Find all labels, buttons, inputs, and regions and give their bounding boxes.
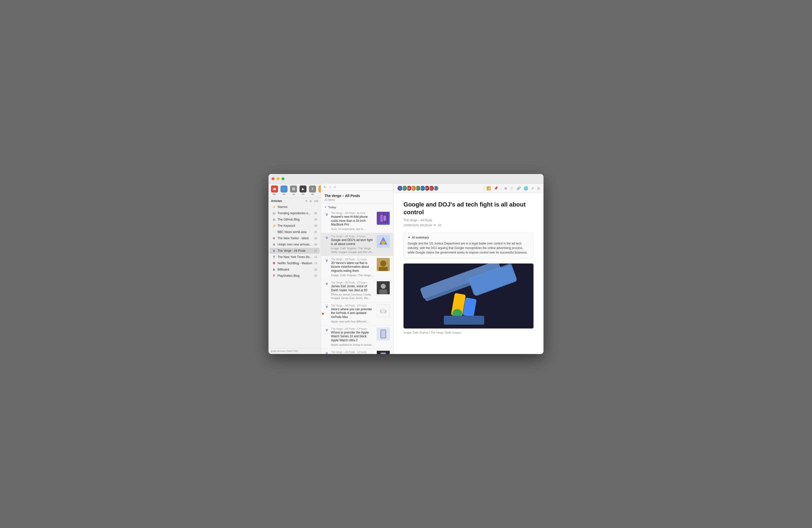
sidebar-item-badge: 15 — [314, 255, 317, 259]
svg-rect-17 — [381, 331, 385, 337]
star-icon[interactable]: ☆ — [510, 186, 513, 190]
sidebar-item-badge: 10 — [314, 274, 317, 277]
sidebar-item-starred[interactable]: ★ Starred — [270, 204, 320, 210]
sidebar-item-netflix[interactable]: N Netflix TechBlog - Medium 13 — [270, 260, 320, 266]
main-content: 📰 99+ 🐦 40 🖼 20 ▶ 40 🎙 40 — [269, 184, 543, 354]
circle-icon[interactable]: ○ — [329, 185, 331, 189]
sidebar-app-articles[interactable]: 📰 99+ — [271, 186, 278, 195]
detail-toolbar-right: 📶 📌 ⊕ ☆ 🔗 🌐 ↗ ⊙ — [487, 186, 540, 190]
verge-source-icon: V — [324, 282, 329, 286]
playstation-icon: P — [272, 274, 276, 278]
maximize-button[interactable] — [281, 177, 285, 180]
article-item[interactable]: V The Verge – All Posts · 13 hours Here'… — [321, 302, 393, 325]
sidebar-item-uniqlo[interactable]: ⊕ Uniqlo men new arrivals i... 20 — [270, 241, 320, 248]
ai-summary-text: Google and the US Justice Department are… — [408, 241, 529, 255]
unread-indicator — [322, 313, 324, 314]
sidebar-item-billboard[interactable]: b Billboard 10 — [270, 266, 320, 273]
billboard-icon: b — [272, 267, 276, 272]
article-item-body: The Verge – All Posts · 13 hours Where t… — [331, 327, 375, 347]
sidebar-item-bbc[interactable]: ··· BBC News world-asia 20 — [270, 229, 320, 235]
article-detail-title: Google and DOJ's ad tech fight is all ab… — [404, 201, 534, 216]
svg-point-5 — [381, 240, 385, 245]
article-toolbar-icons: ↻ ○ ✓ — [323, 185, 336, 189]
article-item-body: The Verge – All Posts · an hour Huawei's… — [331, 212, 375, 231]
article-item[interactable]: V The Verge – All Posts · 9 hours Google… — [321, 233, 393, 256]
article-content: Google and DOJ's ad tech fight is all ab… — [393, 193, 543, 346]
sidebar-app-photos[interactable]: 🖼 20 — [290, 186, 297, 195]
sidebar-item-newyorker[interactable]: ⊕ The New Yorker - latest 20 — [270, 235, 320, 241]
sidebar-item-label: The GitHub Blog — [277, 218, 313, 221]
sidebar-app-twitter[interactable]: 🐦 40 — [280, 186, 288, 195]
globe-icon[interactable]: 🌐 — [524, 186, 528, 190]
verge-source-icon: V — [324, 259, 329, 263]
article-item[interactable]: V The Verge – All Posts · 13 hours Where… — [321, 325, 393, 349]
sidebar-item-github[interactable]: ◎ The GitHub Blog 20 — [270, 217, 320, 222]
article-hero-image — [404, 264, 534, 328]
article-views: 10 — [438, 223, 441, 227]
article-meta: The Verge – All Posts · 9 hours — [331, 235, 375, 238]
sidebar-item-label: Netflix TechBlog - Medium — [277, 262, 313, 265]
verge-source-icon: V — [324, 212, 329, 217]
sidebar-item-label: BBC News world-asia — [277, 230, 313, 234]
article-detail-meta: 10/09/2024, 09:28:04 👁 10 — [404, 223, 534, 227]
article-item[interactable]: V The Verge – All Posts · 11 hours JD Va… — [321, 256, 393, 279]
sidebar-item-trending[interactable]: ◎ Trending repositories on ... 20 — [270, 210, 320, 216]
sidebar-item-badge: 20 — [314, 243, 317, 246]
svg-rect-1 — [380, 215, 383, 222]
sidebar-sort-icon[interactable]: ⇅ — [305, 200, 307, 203]
sidebar-filter-icon[interactable]: ⊟ — [309, 200, 312, 203]
early-access-label: Early Access (36A7CB0) — [271, 350, 299, 352]
waveform-icon[interactable]: 📶 — [487, 186, 491, 190]
article-snippet: Photo by Jemal Countess / Getty Images J… — [331, 293, 375, 300]
sidebar-item-nyt[interactable]: 𝕋 The New York Times Bes... 15 — [270, 254, 320, 260]
circle-plus-icon[interactable]: ⊕ — [504, 186, 507, 190]
article-snippet: Image: Cath Virginia / The Verge;... — [331, 274, 375, 277]
sidebar-item-label: The Verge - All Posts — [277, 249, 313, 252]
pin-icon[interactable]: 📌 — [494, 186, 498, 190]
article-item-body: The Verge – All Posts · 13 hours Here's … — [331, 304, 375, 323]
article-meta: The Verge – All Posts · 13 hours — [331, 351, 375, 353]
sidebar-app-podcast[interactable]: 🎙 40 — [309, 186, 316, 195]
article-list-header: The Verge – All Posts 21 Items — [321, 191, 393, 204]
article-item[interactable]: V The Verge – All Posts · 12 hours James… — [321, 279, 393, 302]
app-podcast-badge: 40 — [311, 193, 314, 195]
svg-rect-20 — [381, 353, 386, 354]
article-snippet: Sure, it's expensive, but in... — [331, 227, 375, 231]
sidebar-item-badge: 20 — [314, 231, 317, 234]
minimize-button[interactable] — [276, 177, 279, 180]
article-thumbnail — [377, 351, 390, 354]
article-meta: The Verge – All Posts · 13 hours — [331, 327, 375, 330]
article-title: Here's where you can preorder the AirPod… — [331, 308, 375, 319]
sidebar-app-social[interactable]: 😀 86 — [319, 186, 321, 195]
more-icon[interactable]: ⊙ — [537, 186, 540, 190]
bbc-icon: ··· — [272, 230, 276, 234]
check-icon[interactable]: ✓ — [334, 185, 336, 189]
detail-toolbar: 🌐 🐦 A L - 🌐 ● I 👤 📶 📌 ⊕ ☆ — [393, 184, 543, 193]
refresh-icon[interactable]: ↻ — [323, 185, 327, 189]
sidebar-item-theverge[interactable]: V The Verge - All Posts 17 — [270, 248, 320, 254]
sidebar-item-badge: 20 — [314, 224, 317, 227]
article-meta: The Verge – All Posts · 13 hours — [331, 304, 375, 307]
article-item[interactable]: V The Verge – All Posts · an hour Huawei… — [321, 210, 393, 233]
sidebar-items-list: ★ Starred ◎ Trending repositories on ...… — [269, 204, 321, 348]
export-icon[interactable]: ↗ — [531, 186, 534, 190]
close-button[interactable] — [272, 177, 275, 180]
verge-source-icon: V — [324, 351, 329, 354]
sidebar-item-keyword[interactable]: 🔑 The Keyword 20 — [270, 223, 320, 229]
article-img-caption: Image: Cath Virginia / The Verge, Getty … — [404, 331, 534, 334]
sidebar-app-video[interactable]: ▶ 40 — [300, 186, 306, 195]
svg-rect-0 — [378, 213, 388, 223]
article-title: Where to preorder the Apple Watch Series… — [331, 331, 375, 342]
nyt-icon: 𝕋 — [272, 255, 276, 259]
link-icon[interactable]: 🔗 — [517, 186, 521, 190]
article-item[interactable]: V The Verge – All Posts · 13 hours iOS 1… — [321, 349, 393, 354]
article-list-top-toolbar: ↻ ○ ✓ — [321, 184, 393, 191]
trending-icon: ◎ — [272, 211, 276, 215]
verge-source-icon: V — [324, 305, 329, 309]
sidebar-item-playstation[interactable]: P PlayStation.Blog 10 — [270, 273, 320, 279]
sidebar-item-label: The New Yorker - latest — [277, 236, 313, 240]
svg-point-14 — [381, 308, 385, 313]
newyorker-icon: ⊕ — [272, 236, 276, 240]
sidebar-item-label: Billboard — [277, 268, 313, 271]
svg-point-10 — [381, 284, 386, 289]
